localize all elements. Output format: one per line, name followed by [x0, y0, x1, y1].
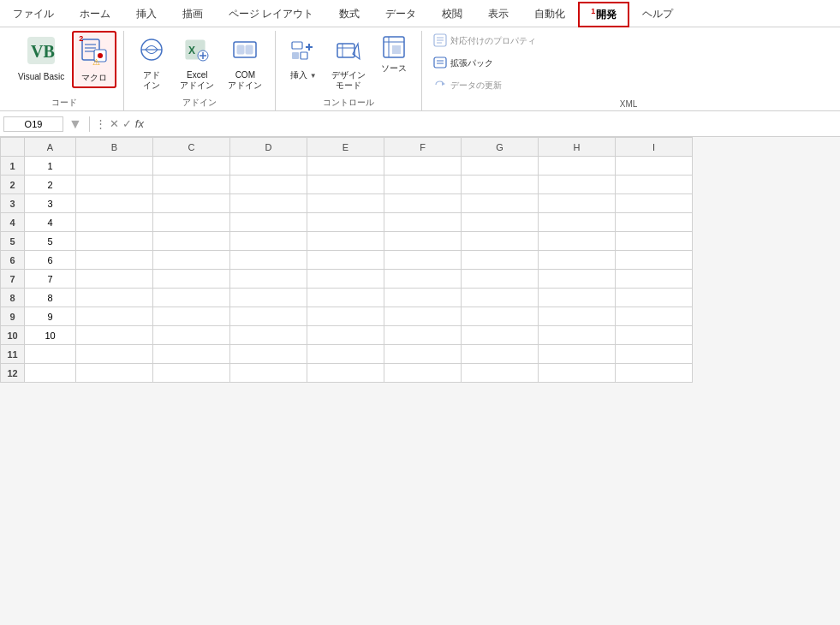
col-header-i[interactable]: I	[616, 138, 693, 157]
cell-r9c9[interactable]	[616, 307, 693, 326]
row-header-1[interactable]: 1	[1, 157, 25, 176]
tab-home[interactable]: ホーム	[67, 2, 123, 27]
cell-r8c1[interactable]: 8	[25, 289, 76, 307]
cell-r5c9[interactable]	[616, 232, 693, 251]
cell-r11c5[interactable]	[307, 345, 384, 364]
cell-r11c2[interactable]	[76, 345, 153, 364]
col-header-e[interactable]: E	[307, 138, 384, 157]
cell-r5c6[interactable]	[384, 232, 462, 251]
macro-button[interactable]: 2 ⚠	[72, 31, 116, 88]
com-addin-button[interactable]: COMアドイン	[222, 31, 268, 95]
cell-r2c6[interactable]	[384, 176, 462, 194]
cell-r6c7[interactable]	[462, 251, 539, 270]
cell-r11c1[interactable]	[25, 345, 76, 364]
cell-r10c1[interactable]: 10	[25, 326, 76, 345]
cell-r5c5[interactable]	[307, 232, 384, 251]
cell-r9c7[interactable]	[462, 307, 539, 326]
cell-r8c7[interactable]	[462, 289, 539, 307]
cell-r8c5[interactable]	[307, 289, 384, 307]
cell-r11c8[interactable]	[539, 345, 616, 364]
cell-r8c6[interactable]	[384, 289, 462, 307]
cell-r10c7[interactable]	[462, 326, 539, 345]
cell-r4c5[interactable]	[307, 213, 384, 232]
cell-r1c1[interactable]: 1	[25, 157, 76, 176]
formula-fx-icon[interactable]: fx	[135, 117, 144, 130]
cell-r2c5[interactable]	[307, 176, 384, 194]
cell-r12c6[interactable]	[384, 364, 462, 383]
cell-r8c4[interactable]	[230, 289, 307, 307]
cell-r10c9[interactable]	[616, 326, 693, 345]
xml-expand-button[interactable]: 拡張パック	[429, 53, 828, 74]
cell-r12c5[interactable]	[307, 364, 384, 383]
cell-r12c4[interactable]	[230, 364, 307, 383]
cell-r9c1[interactable]: 9	[25, 307, 76, 326]
col-header-f[interactable]: F	[384, 138, 462, 157]
cell-r9c6[interactable]	[384, 307, 462, 326]
cell-r3c5[interactable]	[307, 194, 384, 213]
cell-r1c8[interactable]	[539, 157, 616, 176]
cell-r6c2[interactable]	[76, 251, 153, 270]
cell-r4c2[interactable]	[76, 213, 153, 232]
cell-r1c6[interactable]	[384, 157, 462, 176]
cell-r4c7[interactable]	[462, 213, 539, 232]
cell-r4c1[interactable]: 4	[25, 213, 76, 232]
cell-r7c3[interactable]	[153, 270, 230, 289]
cell-r1c5[interactable]	[307, 157, 384, 176]
cell-ref-dropdown[interactable]: ▼	[67, 116, 84, 132]
tab-developer[interactable]: 1開発	[578, 2, 629, 27]
cell-r3c7[interactable]	[462, 194, 539, 213]
cell-r10c5[interactable]	[307, 326, 384, 345]
cell-r5c2[interactable]	[76, 232, 153, 251]
tab-review[interactable]: 校閲	[429, 2, 475, 27]
row-header-2[interactable]: 2	[1, 176, 25, 194]
cell-r3c6[interactable]	[384, 194, 462, 213]
cell-r12c9[interactable]	[616, 364, 693, 383]
cell-r3c3[interactable]	[153, 194, 230, 213]
cell-r5c8[interactable]	[539, 232, 616, 251]
xml-prop-button[interactable]: 対応付けのプロパティ	[429, 31, 828, 51]
cell-r9c8[interactable]	[539, 307, 616, 326]
formula-cancel-icon[interactable]: ✕	[110, 117, 119, 130]
cell-r7c1[interactable]: 7	[25, 270, 76, 289]
cell-r12c1[interactable]	[25, 364, 76, 383]
cell-r2c2[interactable]	[76, 176, 153, 194]
cell-r4c6[interactable]	[384, 213, 462, 232]
formula-input[interactable]	[147, 117, 837, 131]
col-header-c[interactable]: C	[153, 138, 230, 157]
cell-r7c9[interactable]	[616, 270, 693, 289]
excel-addin-button[interactable]: X Excelアドイン	[174, 31, 220, 95]
tab-formulas[interactable]: 数式	[326, 2, 372, 27]
row-header-8[interactable]: 8	[1, 289, 25, 307]
cell-r3c9[interactable]	[616, 194, 693, 213]
cell-r3c2[interactable]	[76, 194, 153, 213]
cell-r4c8[interactable]	[539, 213, 616, 232]
cell-r10c3[interactable]	[153, 326, 230, 345]
cell-r3c1[interactable]: 3	[25, 194, 76, 213]
cell-r12c3[interactable]	[153, 364, 230, 383]
cell-r11c9[interactable]	[616, 345, 693, 364]
cell-r6c1[interactable]: 6	[25, 251, 76, 270]
row-header-3[interactable]: 3	[1, 194, 25, 213]
tab-insert[interactable]: 挿入	[123, 2, 170, 27]
cell-r6c4[interactable]	[230, 251, 307, 270]
row-header-12[interactable]: 12	[1, 364, 25, 383]
col-header-g[interactable]: G	[462, 138, 539, 157]
cell-r9c2[interactable]	[76, 307, 153, 326]
cell-r4c3[interactable]	[153, 213, 230, 232]
formula-confirm-icon[interactable]: ✓	[122, 117, 132, 130]
cell-r1c3[interactable]	[153, 157, 230, 176]
cell-r10c8[interactable]	[539, 326, 616, 345]
cell-r9c4[interactable]	[230, 307, 307, 326]
cell-r6c6[interactable]	[384, 251, 462, 270]
cell-r6c5[interactable]	[307, 251, 384, 270]
cell-r5c7[interactable]	[462, 232, 539, 251]
cell-r12c8[interactable]	[539, 364, 616, 383]
cell-r3c4[interactable]	[230, 194, 307, 213]
row-header-4[interactable]: 4	[1, 213, 25, 232]
cell-r6c3[interactable]	[153, 251, 230, 270]
tab-draw[interactable]: 描画	[170, 2, 216, 27]
cell-r8c2[interactable]	[76, 289, 153, 307]
col-header-h[interactable]: H	[539, 138, 616, 157]
col-header-b[interactable]: B	[76, 138, 153, 157]
cell-r7c7[interactable]	[462, 270, 539, 289]
